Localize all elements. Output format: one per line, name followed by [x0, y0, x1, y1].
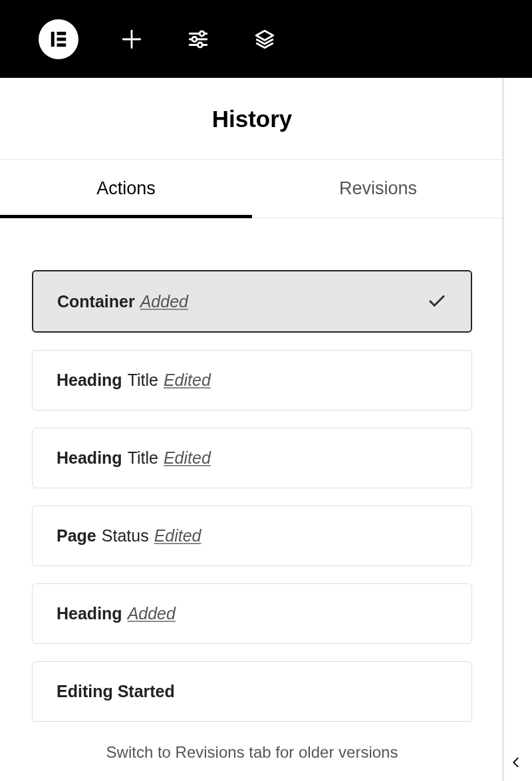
history-action: Added [140, 292, 188, 311]
svg-point-5 [200, 31, 204, 35]
history-panel: History Actions Revisions Container Adde… [0, 78, 504, 762]
check-icon [427, 291, 447, 311]
settings-button[interactable] [185, 26, 211, 53]
elementor-logo[interactable] [39, 19, 78, 59]
history-element: Heading [57, 371, 122, 390]
sliders-icon [187, 28, 209, 51]
svg-rect-3 [57, 43, 66, 47]
svg-marker-10 [256, 31, 273, 40]
footer-note: Switch to Revisions tab for older versio… [0, 739, 504, 762]
tabs: Actions Revisions [0, 160, 504, 218]
topbar [0, 0, 532, 78]
history-element: Editing Started [57, 682, 175, 701]
history-action: Edited [164, 448, 211, 468]
history-subtitle: Title [128, 371, 158, 390]
layers-icon [253, 28, 276, 51]
add-button[interactable] [118, 26, 145, 53]
svg-rect-2 [57, 37, 66, 41]
plus-icon [120, 28, 143, 51]
history-element: Heading [57, 448, 122, 468]
history-action: Edited [164, 371, 211, 390]
chevron-left-icon [509, 755, 523, 770]
history-action: Added [128, 604, 176, 623]
history-item[interactable]: Heading Added [32, 583, 472, 644]
history-element: Container [57, 292, 135, 311]
svg-point-7 [192, 37, 197, 41]
elementor-logo-icon [49, 29, 68, 49]
history-item[interactable]: Page Status Edited [32, 506, 472, 566]
panel-divider [502, 78, 504, 781]
history-subtitle: Title [128, 448, 158, 468]
svg-rect-0 [51, 31, 55, 47]
panel-title: History [0, 78, 504, 160]
history-item[interactable]: Container Added [32, 270, 472, 333]
svg-rect-1 [57, 31, 66, 35]
history-list: Container Added Heading Title Edited Hea… [0, 218, 504, 722]
history-item[interactable]: Heading Title Edited [32, 350, 472, 410]
history-element: Page [57, 526, 96, 546]
structure-button[interactable] [251, 26, 278, 53]
history-subtitle: Status [102, 526, 149, 546]
svg-point-9 [198, 42, 202, 47]
history-item[interactable]: Editing Started [32, 661, 472, 722]
history-element: Heading [57, 604, 122, 623]
history-item[interactable]: Heading Title Edited [32, 428, 472, 488]
collapse-panel-button[interactable] [504, 750, 528, 774]
tab-actions[interactable]: Actions [0, 160, 252, 218]
tab-revisions[interactable]: Revisions [252, 160, 504, 218]
history-action: Edited [154, 526, 201, 546]
